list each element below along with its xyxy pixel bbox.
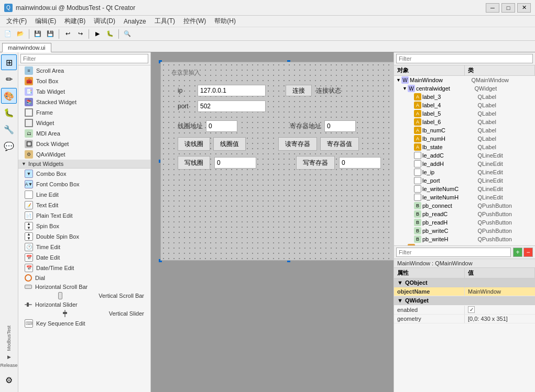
- menu-file[interactable]: 文件(F): [2, 16, 31, 27]
- widget-line-edit[interactable]: Line Edit: [18, 189, 150, 200]
- mode-project[interactable]: 🔧: [1, 121, 17, 137]
- widget-datetime-edit[interactable]: 📅 Date/Time Edit: [18, 263, 150, 273]
- widget-double-spin-box[interactable]: ▲▼ Double Spin Box: [18, 231, 150, 242]
- widget-font-combo-box[interactable]: A▼ Font Combo Box: [18, 179, 150, 189]
- qobject-section[interactable]: ▼ QObject: [394, 278, 535, 287]
- close-button[interactable]: ✕: [517, 3, 531, 13]
- tree-row-mainwindow[interactable]: ▼ W MainWindow QMainWindow: [394, 76, 535, 84]
- mode-settings[interactable]: ⚙: [1, 372, 17, 388]
- tree-row-label4[interactable]: A label_4 QLabel: [394, 101, 535, 109]
- widget-frame[interactable]: Frame: [18, 107, 150, 118]
- toolbar-locator[interactable]: 🔍: [122, 28, 133, 40]
- tree-row-label5[interactable]: A label_5 QLabel: [394, 109, 535, 118]
- mode-release[interactable]: Release: [0, 362, 19, 369]
- write-coil-input[interactable]: [214, 157, 256, 169]
- widget-text-edit[interactable]: 📝 Text Edit: [18, 200, 150, 210]
- toolbar-undo[interactable]: ↩: [62, 28, 73, 40]
- widget-mdi-area[interactable]: 🗂 MDI Area: [18, 128, 150, 139]
- tree-row-lbnumh[interactable]: A lb_numH QLabel: [394, 135, 535, 143]
- remove-property-button[interactable]: −: [523, 248, 533, 257]
- input-widgets-category[interactable]: ▼ Input Widgets: [18, 160, 150, 169]
- widget-v-slider[interactable]: Vertical Slider: [18, 309, 150, 318]
- write-reg-input[interactable]: [339, 157, 381, 169]
- mode-debug[interactable]: 🐛: [1, 105, 17, 120]
- widget-widget[interactable]: Widget: [18, 118, 150, 128]
- toolbar-build[interactable]: ▶: [92, 28, 103, 40]
- tree-row-pbwriteh[interactable]: B pb_writeH QPushButton: [394, 235, 535, 243]
- coil-value-button[interactable]: 线圈值: [213, 137, 246, 151]
- menu-controls[interactable]: 控件(W): [179, 16, 210, 27]
- port-input[interactable]: [198, 100, 266, 112]
- prop-row-objectname[interactable]: objectName MainWindow: [394, 287, 535, 296]
- toolbar-btn-2[interactable]: 📂: [15, 28, 26, 40]
- widget-stacked-widget[interactable]: 📚 Stacked Widget: [18, 97, 150, 107]
- canvas-scroll[interactable]: 在这里输入 ip 连接 连接状态 port: [151, 52, 394, 392]
- tree-row-centralwidget[interactable]: ▼ W centralwidget QWidget: [394, 84, 535, 93]
- prop-value[interactable]: ✓: [465, 305, 535, 314]
- widget-h-slider[interactable]: Horizontal Slider: [18, 300, 150, 309]
- tree-row-lewritenumh[interactable]: le_writeNumH QLineEdit: [394, 193, 535, 201]
- mode-edit[interactable]: ✏: [1, 71, 17, 87]
- qwidget-section[interactable]: ▼ QWidget: [394, 296, 535, 305]
- widget-plain-text-edit[interactable]: 📄 Plain Text Edit: [18, 210, 150, 221]
- mode-modbus-test[interactable]: ModbusTest: [5, 324, 13, 352]
- widget-dial[interactable]: Dial: [18, 273, 150, 283]
- ip-input[interactable]: [198, 85, 266, 96]
- widget-key-seq-edit[interactable]: ⌨ Key Sequence Edit: [18, 318, 150, 329]
- read-coil-button[interactable]: 读线圈: [178, 137, 210, 151]
- mode-welcome[interactable]: ⊞: [1, 54, 17, 70]
- minimize-button[interactable]: ─: [486, 3, 499, 13]
- tree-row-menubar[interactable]: M menubar QMenuBar: [394, 243, 535, 245]
- mode-design[interactable]: 🎨: [1, 88, 17, 104]
- prop-value[interactable]: [0,0: 430 x 351]: [465, 315, 535, 323]
- menu-debug[interactable]: 调试(D): [90, 16, 119, 27]
- tree-row-label6[interactable]: A label_6 QLabel: [394, 118, 535, 126]
- widget-tab-widget[interactable]: 📑 Tab Widget: [18, 86, 150, 97]
- tree-row-lbstate[interactable]: A lb_state QLabel: [394, 143, 535, 151]
- mode-help[interactable]: 💬: [1, 138, 17, 154]
- menu-build[interactable]: 构建(B): [60, 16, 90, 27]
- widget-v-scrollbar[interactable]: Vertical Scroll Bar: [18, 291, 150, 300]
- tab-mainwindow[interactable]: mainwindow.ui: [2, 43, 51, 52]
- tree-row-pbconnect[interactable]: B pb_connect QPushButton: [394, 201, 535, 210]
- enabled-checkbox[interactable]: ✓: [468, 306, 475, 313]
- obj-filter-input[interactable]: [396, 54, 533, 63]
- toolbar-save-all[interactable]: 💾: [45, 28, 56, 40]
- widget-date-edit[interactable]: 📅 Date Edit: [18, 252, 150, 263]
- widget-dock-widget[interactable]: 🔲 Dock Widget: [18, 139, 150, 149]
- maximize-button[interactable]: □: [501, 3, 515, 13]
- write-coil-button[interactable]: 写线圈: [178, 156, 210, 170]
- read-reg-button[interactable]: 读寄存器: [278, 137, 317, 151]
- widget-h-scrollbar[interactable]: Horizontal Scroll Bar: [18, 283, 150, 291]
- menu-tools[interactable]: 工具(T): [150, 16, 179, 27]
- tree-row-lewritenumc[interactable]: le_writeNumC QLineEdit: [394, 185, 535, 193]
- widget-spin-box[interactable]: ▲▼ Spin Box: [18, 221, 150, 231]
- tree-row-pbreadc[interactable]: B pb_readC QPushButton: [394, 210, 535, 218]
- menu-help[interactable]: 帮助(H): [210, 16, 240, 27]
- toolbar-debug[interactable]: 🐛: [104, 28, 116, 40]
- tree-row-leaddh[interactable]: le_addH QLineEdit: [394, 160, 535, 168]
- widget-combo-box[interactable]: ▼ Combo Box: [18, 169, 150, 179]
- prop-row-enabled[interactable]: enabled ✓: [394, 305, 535, 315]
- toolbar-btn-1[interactable]: 📄: [2, 28, 14, 40]
- tree-row-leip[interactable]: le_ip QLineEdit: [394, 168, 535, 176]
- widget-filter-input[interactable]: [20, 54, 148, 63]
- prop-row-geometry[interactable]: geometry [0,0: 430 x 351]: [394, 315, 535, 323]
- run-icon[interactable]: ▶: [6, 353, 12, 361]
- connect-button[interactable]: 连接: [286, 85, 312, 96]
- tree-row-pbwritec[interactable]: B pb_writeC QPushButton: [394, 227, 535, 235]
- prop-filter-input[interactable]: [396, 248, 511, 257]
- toolbar-save[interactable]: 💾: [32, 28, 43, 40]
- widget-scroll-area[interactable]: ≡ Scroll Area: [18, 65, 150, 76]
- menu-analyze[interactable]: Analyze: [119, 17, 150, 26]
- reg-value-button[interactable]: 寄存器值: [320, 137, 359, 151]
- menu-edit[interactable]: 编辑(E): [31, 16, 60, 27]
- tree-row-label3[interactable]: A label_3 QLabel: [394, 93, 535, 101]
- coil-addr-input[interactable]: [206, 120, 237, 132]
- prop-value[interactable]: MainWindow: [465, 287, 535, 296]
- form-background[interactable]: 在这里输入 ip 连接 连接状态 port: [160, 62, 394, 261]
- widget-time-edit[interactable]: 🕐 Time Edit: [18, 242, 150, 252]
- tree-row-pbreadh[interactable]: B pb_readH QPushButton: [394, 218, 535, 227]
- tree-row-lbnumc[interactable]: A lb_numC QLabel: [394, 126, 535, 135]
- widget-tool-box[interactable]: 🧰 Tool Box: [18, 76, 150, 86]
